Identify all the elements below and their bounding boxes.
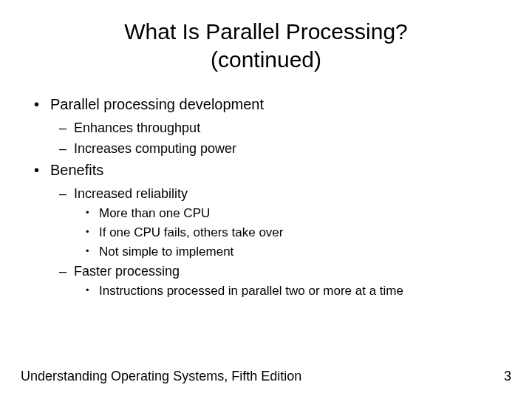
slide-footer: Understanding Operating Systems, Fifth E…	[21, 369, 511, 384]
bullet-more-cpu: More than one CPU	[86, 205, 511, 223]
bullet-text: Instructions processed in parallel two o…	[99, 284, 403, 298]
footer-page: 3	[504, 369, 511, 384]
footer-book: Understanding Operating Systems, Fifth E…	[21, 369, 301, 384]
bullet-text: Increased reliability	[74, 186, 188, 201]
bullet-parallel-dev: Parallel processing development	[34, 94, 511, 115]
bullet-text: More than one CPU	[99, 206, 210, 220]
bullet-faster: Faster processing	[59, 262, 511, 281]
slide-title: What Is Parallel Processing? (continued)	[21, 18, 511, 73]
title-line-2: (continued)	[211, 47, 321, 72]
bullet-parallel-instructions: Instructions processed in parallel two o…	[86, 282, 511, 301]
bullet-text: Enhances throughput	[74, 120, 200, 135]
bullet-text: Benefits	[50, 162, 103, 178]
bullet-reliability: Increased reliability	[59, 184, 511, 203]
bullet-throughput: Enhances throughput	[59, 118, 511, 137]
bullet-cpu-failover: If one CPU fails, others take over	[86, 224, 511, 242]
bullet-text: Increases computing power	[74, 141, 236, 156]
title-line-1: What Is Parallel Processing?	[124, 19, 408, 44]
bullet-computing-power: Increases computing power	[59, 139, 511, 158]
bullet-text: Faster processing	[74, 264, 180, 279]
bullet-not-simple: Not simple to implement	[86, 243, 511, 262]
bullet-benefits: Benefits	[34, 160, 511, 181]
bullet-text: Not simple to implement	[99, 245, 233, 259]
bullet-text: Parallel processing development	[50, 96, 264, 112]
slide-body: Parallel processing development Enhances…	[21, 94, 511, 301]
bullet-text: If one CPU fails, others take over	[99, 225, 283, 239]
